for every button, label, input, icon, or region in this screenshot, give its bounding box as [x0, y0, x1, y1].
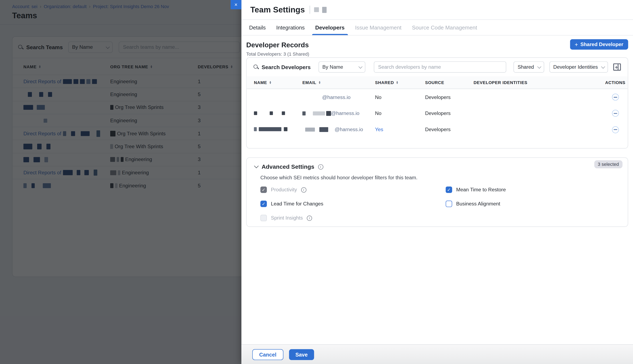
save-button[interactable]: Save — [289, 349, 314, 360]
shared-filter-select[interactable]: Shared — [514, 62, 544, 73]
chevron-down-icon — [358, 64, 362, 68]
drawer-footer: Cancel Save — [241, 344, 633, 364]
dev-col-identities: DEVELOPER IDENTITIES — [474, 80, 603, 85]
chevron-down-icon — [537, 64, 541, 68]
checkbox-label: Business Alignment — [456, 201, 500, 207]
checkbox[interactable] — [446, 186, 452, 193]
total-developers-text: Total Developers: 3 (1 Shared) — [246, 52, 309, 56]
advanced-settings-title: Advanced Settings — [262, 164, 314, 170]
shared-value: No — [375, 110, 425, 116]
search-developers-label: Search Developers — [262, 64, 310, 70]
developer-name — [254, 110, 302, 116]
add-column-icon[interactable]: + — [613, 63, 621, 70]
tab-integrations[interactable]: Integrations — [276, 20, 305, 35]
checkbox-sprint-insights[interactable]: Sprint Insights i — [260, 215, 312, 221]
sort-icon[interactable]: ▲▼ — [396, 80, 399, 84]
team-settings-drawer: × Team Settings Details Integrations Dev… — [241, 0, 633, 364]
developer-search-by-select[interactable]: By Name — [318, 62, 365, 73]
screen: Account: sei › Organization: default › P… — [0, 0, 633, 364]
drawer-header: Team Settings — [241, 0, 633, 20]
checkbox-label: Mean Time to Restore — [456, 187, 506, 192]
dev-col-name[interactable]: NAME▲▼ — [254, 80, 302, 85]
remove-icon[interactable] — [612, 110, 619, 117]
sort-icon[interactable]: ▲▼ — [269, 80, 272, 84]
checkbox-label: Productivity — [271, 187, 297, 192]
checkbox[interactable] — [260, 215, 267, 221]
title-divider — [310, 6, 310, 14]
developer-name — [254, 127, 302, 132]
shared-developer-button[interactable]: + Shared Developer — [570, 39, 628, 50]
checkbox[interactable] — [446, 201, 452, 207]
source-value: Developers — [425, 110, 474, 116]
source-value: Developers — [425, 94, 474, 100]
source-value: Developers — [425, 127, 474, 132]
close-icon[interactable]: × — [230, 0, 242, 9]
add-icon: + — [575, 41, 578, 48]
search-icon — [254, 64, 259, 70]
tab-source-code-management[interactable]: Source Code Management — [412, 20, 477, 35]
remove-icon[interactable] — [612, 94, 619, 101]
checkbox-business-alignment[interactable]: Business Alignment — [446, 201, 500, 207]
developer-search-row: Search Developers By Name Shared Develop… — [246, 58, 628, 76]
cancel-button[interactable]: Cancel — [252, 349, 283, 360]
developer-records-card: Search Developers By Name Shared Develop… — [246, 57, 628, 148]
info-icon[interactable]: i — [318, 164, 323, 169]
tab-developers[interactable]: Developers — [315, 20, 345, 35]
developer-row[interactable]: @harness.io No Developers — [246, 105, 628, 122]
developer-email: @harness.io — [302, 127, 375, 132]
developer-row[interactable]: @harness.io No Developers — [246, 89, 628, 105]
developer-table-header: NAME▲▼ EMAIL▲▼ SHARED▲▼ SOURCE DEVELOPER… — [246, 76, 628, 89]
checkbox-lead-time-for-changes[interactable]: Lead Time for Changes — [260, 201, 323, 207]
checkbox-mean-time-to-restore[interactable]: Mean Time to Restore — [446, 186, 506, 193]
developer-email: @harness.io — [302, 94, 375, 100]
developer-search-input[interactable] — [374, 62, 506, 73]
redacted-team-name — [322, 7, 327, 13]
developers-tab-content: Developer Records Total Developers: 3 (1… — [241, 36, 633, 344]
drawer-tabs: Details Integrations Developers Issue Ma… — [241, 20, 633, 36]
tab-issue-management[interactable]: Issue Management — [355, 20, 402, 35]
dev-col-shared[interactable]: SHARED▲▼ — [375, 80, 425, 85]
checkbox-label: Sprint Insights — [271, 215, 303, 221]
redacted-team-name — [314, 7, 319, 12]
drawer-title: Team Settings — [250, 5, 305, 14]
selected-count-badge: 3 selected — [594, 160, 622, 168]
chevron-down-icon — [601, 64, 605, 68]
developer-row[interactable]: @harness.io Yes Developers — [246, 122, 628, 138]
dev-col-actions: ACTIONS — [603, 80, 628, 85]
checkbox[interactable] — [260, 186, 267, 193]
tab-details[interactable]: Details — [249, 20, 266, 35]
developer-identities-filter-select[interactable]: Developer Identities — [549, 62, 608, 73]
dev-col-source: SOURCE — [425, 80, 474, 85]
section-title: Developer Records — [246, 41, 309, 49]
shared-value: Yes — [375, 127, 425, 132]
developer-search-by-value: By Name — [322, 64, 343, 70]
shared-value: No — [375, 94, 425, 100]
shared-filter-value: Shared — [518, 64, 534, 70]
checkbox-label: Lead Time for Changes — [271, 201, 323, 207]
dev-col-email[interactable]: EMAIL▲▼ — [302, 80, 375, 85]
info-icon[interactable]: i — [301, 187, 306, 192]
developer-email: @harness.io — [302, 110, 375, 116]
checkbox[interactable] — [260, 201, 267, 207]
advanced-settings-description: Choose which SEI metrics should honor de… — [260, 175, 418, 180]
advanced-settings-card: Advanced Settings i 3 selected Choose wh… — [246, 158, 628, 227]
chevron-down-icon[interactable] — [254, 164, 258, 168]
remove-icon[interactable] — [612, 126, 619, 133]
checkbox-productivity[interactable]: Productivity i — [260, 186, 306, 193]
shared-developer-button-label: Shared Developer — [580, 42, 624, 47]
sort-icon[interactable]: ▲▼ — [318, 80, 321, 84]
developer-identities-filter-value: Developer Identities — [553, 64, 598, 70]
info-icon[interactable]: i — [307, 216, 312, 220]
